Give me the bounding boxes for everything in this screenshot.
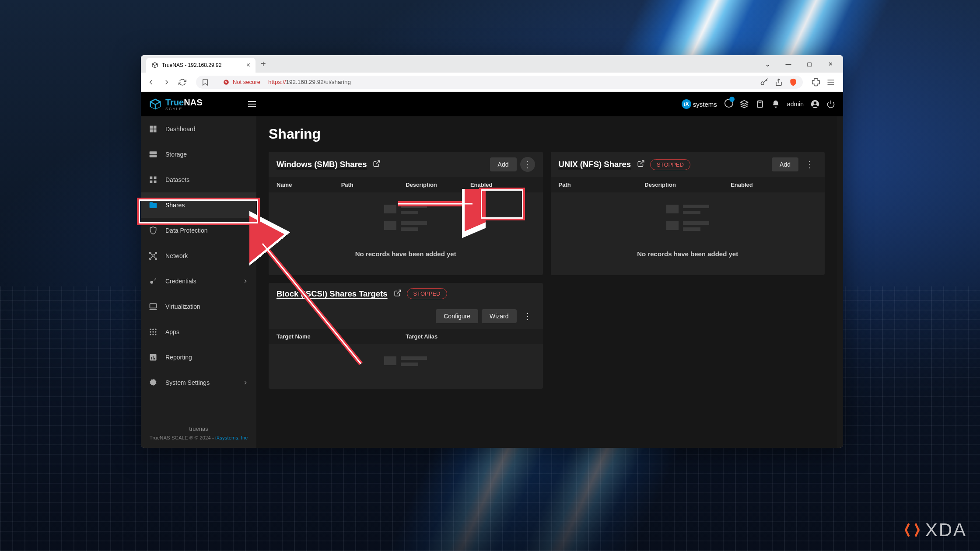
svg-point-24 [155,252,157,254]
tab-dropdown-icon[interactable]: ⌄ [757,56,777,71]
sidebar-item-network[interactable]: Network [141,243,256,269]
alerts-icon[interactable] [771,100,780,108]
iscsi-table-header: Target Name Target Alias [269,329,543,344]
ixsystems-link[interactable]: iXsystems, Inc [215,435,248,440]
power-icon[interactable] [826,100,835,108]
svg-point-32 [150,331,151,332]
sidebar-item-datasets[interactable]: Datasets [141,167,256,192]
storage-icon [149,150,158,159]
svg-rect-12 [150,126,153,129]
svg-rect-16 [150,151,157,154]
truenas-favicon-icon [151,62,158,69]
key-icon [149,277,158,286]
share-icon[interactable] [775,78,783,86]
svg-point-25 [150,258,151,259]
svg-rect-13 [154,126,157,129]
iscsi-configure-button[interactable]: Configure [436,309,478,323]
svg-rect-9 [757,101,763,108]
nfs-panel: UNIX (NFS) Shares STOPPED Add ⋮ Path Des… [551,152,825,275]
svg-rect-40 [153,356,154,359]
svg-rect-17 [150,155,157,157]
window-minimize-button[interactable]: — [778,56,798,71]
network-icon [149,251,158,260]
dashboard-icon [149,125,158,133]
empty-text: No records have been added yet [559,250,817,258]
sidebar-item-label: System Settings [165,379,210,386]
sidebar-item-reporting[interactable]: Reporting [141,345,256,370]
iscsi-more-icon[interactable]: ⋮ [520,309,535,324]
shares-icon [149,201,158,209]
main-content: Sharing Windows (SMB) Shares Add ⋮ [256,116,837,448]
extensions-icon[interactable] [812,78,820,87]
window-maximize-button[interactable]: ▢ [799,56,819,71]
browser-tab[interactable]: TrueNAS - 192.168.29.92 × [146,58,256,73]
key-icon[interactable] [760,78,769,87]
sidebar: Dashboard Storage Datasets Shares [141,116,256,448]
sidebar-item-storage[interactable]: Storage [141,142,256,167]
status-badge [729,97,735,102]
nfs-add-button[interactable]: Add [772,157,798,171]
chart-icon [149,353,158,362]
browser-window: TrueNAS - 192.168.29.92 × + ⌄ — ▢ ✕ Not … [141,55,843,448]
open-external-icon[interactable] [637,160,645,169]
sidebar-item-label: Reporting [165,354,192,361]
address-bar: Not secure https://192.168.29.92/ui/shar… [141,73,843,92]
svg-rect-20 [150,181,153,183]
sidebar-item-system-settings[interactable]: System Settings [141,370,256,395]
iscsi-title[interactable]: Block (iSCSI) Shares Targets [276,289,388,299]
empty-placeholder-icon [384,356,427,373]
sidebar-item-label: Apps [165,328,179,335]
not-secure-icon [223,79,229,85]
truenas-logo[interactable]: TrueNAS SCALE [149,98,241,111]
sidebar-item-dashboard[interactable]: Dashboard [141,116,256,142]
smb-more-icon[interactable]: ⋮ [520,157,535,172]
smb-table-header: Name Path Description Enabled [269,177,543,192]
menu-icon[interactable] [826,78,835,87]
clipboard-icon[interactable] [756,100,764,108]
forward-button[interactable] [162,77,172,87]
xda-logo-icon [903,520,922,540]
svg-rect-28 [150,303,157,308]
open-external-icon[interactable] [394,289,402,299]
smb-add-button[interactable]: Add [490,157,517,171]
nfs-title[interactable]: UNIX (NFS) Shares [559,160,631,169]
sidebar-item-label: Datasets [165,176,189,183]
new-tab-button[interactable]: + [256,59,271,69]
brave-shield-icon[interactable] [789,78,798,87]
smb-title[interactable]: Windows (SMB) Shares [276,160,367,169]
user-icon[interactable] [811,100,819,108]
sidebar-item-label: Data Protection [165,227,208,234]
reload-button[interactable] [178,77,187,87]
svg-point-35 [150,334,151,335]
browser-tab-bar: TrueNAS - 192.168.29.92 × + ⌄ — ▢ ✕ [141,55,843,73]
open-external-icon[interactable] [373,160,381,169]
sidebar-item-data-protection[interactable]: Data Protection [141,218,256,243]
jobs-icon[interactable] [740,100,749,108]
smb-panel: Windows (SMB) Shares Add ⋮ Name Path Des… [269,152,543,275]
sidebar-item-shares[interactable]: Shares [141,192,256,218]
svg-point-23 [150,252,151,254]
nfs-more-icon[interactable]: ⋮ [802,157,817,172]
hamburger-icon[interactable] [247,99,257,109]
sidebar-item-label: Shares [165,202,185,209]
sidebar-item-credentials[interactable]: Credentials [141,269,256,294]
sidebar-item-label: Network [165,252,188,259]
svg-point-36 [152,334,154,335]
status-icon[interactable] [724,98,733,110]
nfs-status-badge: STOPPED [650,159,690,170]
tab-close-icon[interactable]: × [246,61,250,69]
scrollbar[interactable] [837,116,843,448]
url-bar[interactable]: Not secure https://192.168.29.92/ui/shar… [196,76,803,89]
bookmark-icon[interactable] [201,78,209,86]
iscsi-wizard-button[interactable]: Wizard [482,309,517,323]
ix-icon: iX [682,99,691,109]
nfs-table-header: Path Description Enabled [551,177,825,192]
truenas-logo-icon [149,98,162,111]
window-close-button[interactable]: ✕ [820,56,840,71]
back-button[interactable] [146,77,156,87]
empty-placeholder-icon [666,205,709,238]
sidebar-item-virtualization[interactable]: Virtualization [141,294,256,319]
admin-label: admin [787,101,804,108]
sidebar-item-apps[interactable]: Apps [141,319,256,345]
ixsystems-logo[interactable]: iX systems [682,99,717,109]
